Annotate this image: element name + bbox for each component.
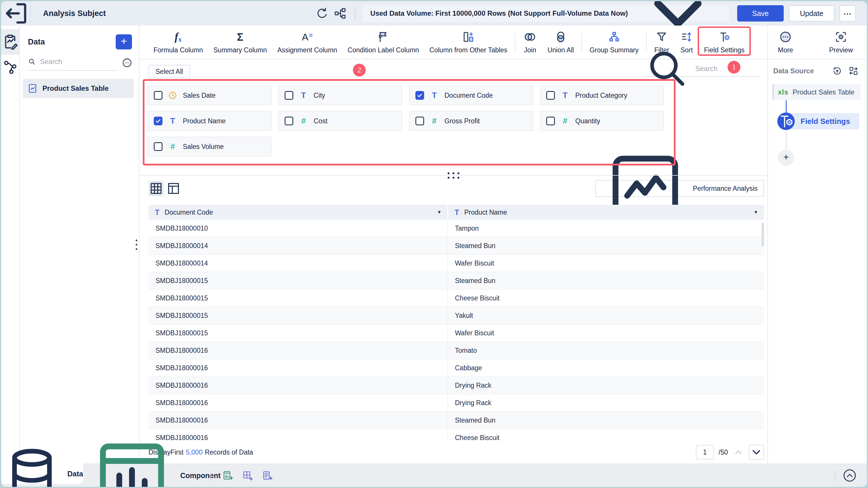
- cell-document-code: SMDBJ18000016: [149, 360, 447, 376]
- field-checkbox[interactable]: [285, 91, 293, 100]
- table-row[interactable]: SMDBJ18000015Wafer Biscuit: [149, 325, 764, 342]
- column-view-button[interactable]: [166, 181, 181, 196]
- previous-page-button[interactable]: [733, 447, 744, 458]
- table-row[interactable]: SMDBJ18000016Cabbage: [149, 360, 764, 377]
- tab-data[interactable]: Data: [1, 464, 83, 484]
- table-row[interactable]: SMDBJ18000015Yakult: [149, 307, 764, 325]
- toolbar-item-assignment-column[interactable]: A=Assignment Column: [272, 26, 342, 59]
- toolbar-item-preview[interactable]: Preview: [824, 30, 858, 54]
- add-report-icon[interactable]: [261, 470, 273, 481]
- rail-item-flow[interactable]: [1, 55, 19, 80]
- table-row[interactable]: SMDBJ18000016Steamed Bun: [149, 412, 764, 429]
- field-chip-city[interactable]: TCity: [278, 86, 402, 105]
- toolbar-item-condition-label-column[interactable]: Condition Label Column: [342, 26, 425, 59]
- select-all-button[interactable]: Select All: [149, 65, 190, 78]
- toolbar-item-field-settings[interactable]: Field Settings: [699, 26, 750, 59]
- toolbar-item-join[interactable]: Join: [518, 26, 542, 59]
- cell-product-name: Cheese Biscuit: [447, 289, 764, 307]
- page-total-label: /50: [719, 449, 728, 456]
- column-sort-caret-icon[interactable]: ▼: [437, 210, 441, 215]
- search-options-button[interactable]: [122, 57, 132, 68]
- icon-rail: [1, 26, 20, 464]
- data-volume-select[interactable]: Used Data Volume: First 10000,000 Rows (…: [363, 5, 729, 22]
- field-checkbox[interactable]: [154, 142, 162, 151]
- tab-component[interactable]: Component: [88, 464, 221, 487]
- field-chip-quantity[interactable]: #Quantity: [540, 111, 664, 131]
- toolbar-item-label: Union All: [547, 46, 574, 54]
- update-history-icon[interactable]: [832, 66, 842, 76]
- table-row[interactable]: SMDBJ18000010Tampon: [149, 220, 764, 237]
- toolbar-item-group-summary[interactable]: Group Summary: [584, 26, 644, 59]
- add-dashboard-icon[interactable]: [242, 470, 253, 481]
- add-table-button[interactable]: +: [116, 34, 132, 50]
- field-checkbox[interactable]: [546, 91, 555, 100]
- rail-item-analysis[interactable]: [1, 29, 19, 55]
- field-chip-sales-date[interactable]: Sales Date: [147, 86, 272, 105]
- vertical-scrollbar[interactable]: [762, 223, 764, 247]
- join-icon: [523, 30, 537, 43]
- refresh-button[interactable]: [315, 6, 329, 20]
- sort-icon: [680, 30, 693, 43]
- field-checkbox[interactable]: [415, 117, 424, 125]
- swap-layout-icon[interactable]: [848, 66, 859, 76]
- field-checkbox[interactable]: [154, 91, 162, 100]
- toolbar-item-summary-column[interactable]: ΣSummary Column: [208, 26, 272, 59]
- table-row[interactable]: SMDBJ18000015Cheese Biscuit: [149, 289, 764, 307]
- panel-resize-handle[interactable]: [136, 240, 137, 250]
- field-checkbox[interactable]: [285, 117, 293, 125]
- field-checkbox[interactable]: [415, 91, 424, 100]
- table-row[interactable]: SMDBJ18000014Wafer Biscuit: [149, 255, 764, 272]
- save-button[interactable]: Save: [737, 5, 784, 22]
- next-page-button[interactable]: [749, 445, 764, 460]
- exit-button[interactable]: [1, 1, 31, 26]
- cell-document-code: SMDBJ18000016: [149, 412, 447, 429]
- field-chip-gross-profit[interactable]: #Gross Profit: [409, 111, 533, 131]
- lineage-button[interactable]: [333, 6, 347, 20]
- cell-document-code: SMDBJ18000016: [149, 429, 447, 441]
- cell-product-name: Cheese Biscuit: [447, 429, 764, 441]
- table-list-item-label: Product Sales Table: [42, 84, 109, 92]
- page-number-input[interactable]: [696, 445, 714, 459]
- component-chart-icon: [88, 432, 176, 487]
- performance-analysis-button[interactable]: Performance Analysis: [595, 180, 764, 197]
- table-row[interactable]: SMDBJ18000016Cheese Biscuit: [149, 429, 764, 441]
- field-chip-sales-volume[interactable]: #Sales Volume: [147, 137, 272, 156]
- field-checkbox[interactable]: [154, 117, 162, 125]
- table-row[interactable]: SMDBJ18000016Drying Rack: [149, 377, 764, 394]
- update-button[interactable]: Update: [789, 5, 834, 22]
- table-row[interactable]: SMDBJ18000016Drying Rack: [149, 394, 764, 412]
- column-sort-caret-icon[interactable]: ▼: [753, 210, 758, 215]
- field-settings-node-icon[interactable]: [777, 113, 795, 130]
- table-view-toolbar: Performance Analysis: [149, 176, 764, 198]
- table-row[interactable]: SMDBJ18000016Tomato: [149, 342, 764, 360]
- add-step-button[interactable]: +: [778, 150, 794, 166]
- splitter-handle[interactable]: [448, 173, 459, 179]
- cell-document-code: SMDBJ18000010: [149, 220, 447, 237]
- data-grid: T Document Code ▼ T Product Name ▼ SMDBJ…: [149, 205, 764, 441]
- more-actions-button[interactable]: ...: [839, 5, 856, 22]
- toolbar-item-more[interactable]: More: [773, 30, 798, 54]
- field-chip-cost[interactable]: #Cost: [278, 111, 402, 131]
- main-column: fxFormula ColumnΣSummary ColumnA=Assignm…: [140, 26, 768, 464]
- table-row[interactable]: SMDBJ18000014Steamed Bun: [149, 237, 764, 255]
- grid-view-icon: [149, 181, 164, 196]
- field-chip-document-code[interactable]: TDocument Code: [409, 86, 533, 105]
- collapse-panel-button[interactable]: [844, 469, 856, 482]
- add-chart-icon[interactable]: [222, 470, 233, 481]
- column-header-product-name[interactable]: T Product Name ▼: [448, 205, 764, 220]
- table-row[interactable]: SMDBJ18000015Steamed Bun: [149, 272, 764, 289]
- field-chip-product-name[interactable]: TProduct Name: [147, 111, 272, 131]
- flow-connector: [786, 130, 786, 150]
- toolbar-item-formula-column[interactable]: fxFormula Column: [148, 26, 208, 59]
- toolbar-item-label: Assignment Column: [277, 46, 337, 54]
- data-search-input[interactable]: [40, 58, 118, 66]
- number-field-icon: #: [168, 142, 178, 151]
- source-table-node[interactable]: xls Product Sales Table: [772, 84, 861, 100]
- field-checkbox[interactable]: [546, 117, 555, 125]
- field-chip-product-category[interactable]: TProduct Category: [540, 86, 664, 105]
- toolbar-item-column-from-other-tables[interactable]: Column from Other Tables: [424, 26, 513, 59]
- column-header-document-code[interactable]: T Document Code ▼: [149, 205, 447, 220]
- table-list-item[interactable]: Product Sales Table: [23, 79, 134, 98]
- grid-view-button[interactable]: [149, 181, 164, 196]
- toolbar-item-union-all[interactable]: Union All: [542, 26, 579, 59]
